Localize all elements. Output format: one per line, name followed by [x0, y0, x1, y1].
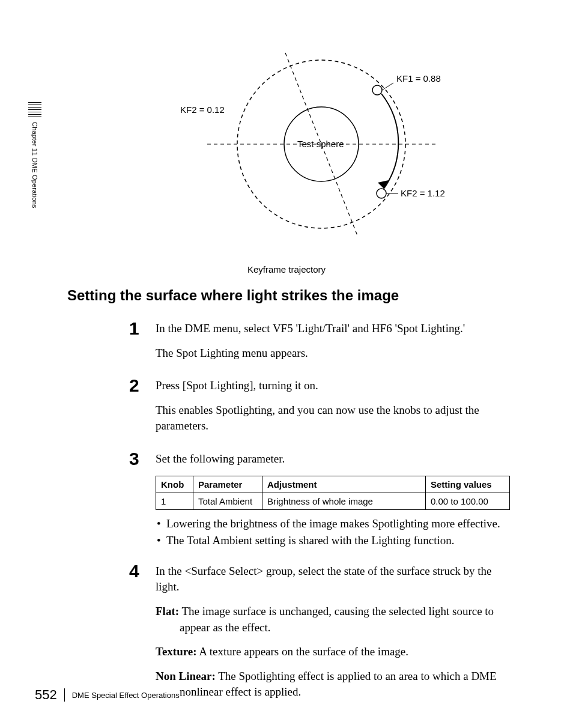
step-3-line-1: Set the following parameter.: [156, 451, 514, 467]
th-parameter: Parameter: [193, 476, 262, 493]
footer-section-title: DME Special Effect Operations: [72, 691, 180, 700]
step-1-line-2: The Spot Lighting menu appears.: [156, 345, 514, 362]
step-2-line-1: Press [Spot Lighting], turning it on.: [156, 378, 514, 394]
step-1: 1 In the DME menu, select VF5 'Light/Tra…: [129, 318, 514, 369]
step-1-line-1: In the DME menu, select VF5 'Light/Trail…: [156, 321, 514, 337]
keyframe-trajectory-diagram: KF1 = 0.88 KF2 = 0.12 KF2 = 1.12 Test sp…: [129, 36, 514, 252]
kf2-left-label: KF2 = 0.12: [180, 105, 225, 115]
kf1-label: KF1 = 0.88: [396, 73, 441, 83]
table-header-row: Knob Parameter Adjustment Setting values: [156, 476, 510, 493]
bullet-item: The Total Ambient setting is shared with…: [156, 533, 514, 549]
parameter-table: Knob Parameter Adjustment Setting values…: [156, 476, 510, 510]
steps-list: 1 In the DME menu, select VF5 'Light/Tra…: [129, 312, 514, 709]
sidebar-chapter-label: Chapter 11 DME Operations: [31, 122, 38, 208]
table-row: 1 Total Ambient Brightness of whole imag…: [156, 493, 510, 509]
step-number: 3: [129, 449, 156, 555]
th-adjustment: Adjustment: [262, 476, 426, 493]
diagram-caption: Keyframe trajectory: [0, 264, 573, 275]
step-2: 2 Press [Spot Lighting], turning it on. …: [129, 375, 514, 443]
th-setting-values: Setting values: [426, 476, 510, 493]
def-texture: Texture: A texture appears on the surfac…: [156, 644, 514, 660]
td-knob: 1: [156, 493, 193, 509]
step-4: 4 In the <Surface Select> group, select …: [129, 561, 514, 709]
kf2-right-label: KF2 = 1.12: [401, 188, 445, 198]
surface-select-definitions: Flat: The image surface is unchanged, ca…: [156, 604, 514, 700]
step-number: 1: [129, 318, 156, 369]
svg-point-5: [377, 189, 386, 198]
sidebar-tab-lines: [28, 102, 41, 117]
section-heading: Setting the surface where light strikes …: [67, 287, 399, 304]
td-adjustment: Brightness of whole image: [262, 493, 426, 509]
def-flat: Flat: The image surface is unchanged, ca…: [156, 604, 514, 635]
td-parameter: Total Ambient: [193, 493, 262, 509]
step-4-line-1: In the <Surface Select> group, select th…: [156, 563, 514, 595]
def-nonlinear: Non Linear: The Spotlighting effect is a…: [156, 669, 514, 700]
page-number: 552: [35, 687, 57, 703]
bullet-item: Lowering the brightness of the image mak…: [156, 516, 514, 532]
step-2-line-2: This enables Spotlighting, and you can n…: [156, 402, 514, 434]
step-number: 4: [129, 561, 156, 709]
sidebar-tab: Chapter 11 DME Operations: [28, 102, 42, 208]
td-setting-values: 0.00 to 100.00: [426, 493, 510, 509]
svg-line-7: [382, 83, 393, 90]
step-3: 3 Set the following parameter. Knob Para…: [129, 449, 514, 555]
svg-point-4: [372, 85, 382, 95]
test-sphere-label: Test sphere: [297, 139, 344, 149]
step-number: 2: [129, 375, 156, 443]
step-3-bullets: Lowering the brightness of the image mak…: [156, 516, 514, 549]
th-knob: Knob: [156, 476, 193, 493]
footer-separator: [64, 688, 65, 702]
page-footer: 552 DME Special Effect Operations: [35, 687, 180, 703]
